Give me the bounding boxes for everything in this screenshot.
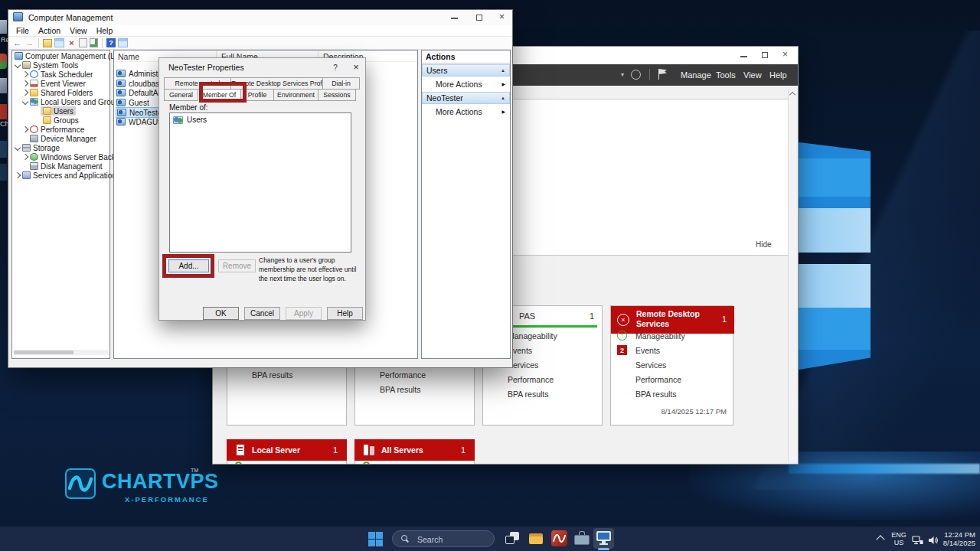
network-icon[interactable] bbox=[912, 534, 923, 548]
menu-action[interactable]: Action bbox=[34, 26, 65, 35]
menu-view[interactable]: View bbox=[743, 70, 762, 80]
group-list-item[interactable]: Users bbox=[170, 113, 351, 124]
chevron-down-icon[interactable]: ▾ bbox=[621, 71, 624, 78]
help-button[interactable]: Help bbox=[327, 307, 363, 320]
tab-general[interactable]: General bbox=[164, 89, 198, 101]
all-servers-tile[interactable]: All Servers 1 bbox=[354, 439, 475, 461]
menu-file[interactable]: File bbox=[11, 26, 34, 35]
menu-tools[interactable]: Tools bbox=[716, 70, 736, 80]
more-actions-users[interactable]: More Actions ▶ bbox=[422, 78, 510, 90]
tile-item[interactable]: BPA results bbox=[252, 370, 293, 380]
tile-item[interactable]: Performance bbox=[380, 370, 426, 380]
tile-item[interactable]: Events bbox=[635, 346, 660, 355]
more-actions-neotester[interactable]: More Actions ▶ bbox=[422, 106, 510, 117]
console-window-icon[interactable] bbox=[118, 38, 128, 47]
tile-item[interactable]: Manageability bbox=[508, 331, 557, 341]
menu-view[interactable]: View bbox=[65, 26, 92, 35]
properties-icon[interactable] bbox=[79, 38, 87, 47]
tile-item[interactable]: BPA results bbox=[635, 390, 677, 399]
role-tile-rds[interactable]: × Remote Desktop Services 1 ↑ Manageabil… bbox=[610, 305, 733, 425]
scrollbar[interactable] bbox=[788, 89, 796, 462]
server-manager-button[interactable] bbox=[574, 531, 590, 546]
delete-icon[interactable]: × bbox=[67, 38, 77, 48]
tree-item-device-manager[interactable]: Device Manager bbox=[13, 134, 109, 143]
tab-dial-in[interactable]: Dial-in bbox=[322, 77, 360, 90]
chevron-right-icon[interactable] bbox=[22, 126, 28, 132]
language-indicator[interactable]: ENG US bbox=[890, 531, 907, 546]
task-view-button[interactable] bbox=[505, 531, 521, 546]
speaker-icon[interactable] bbox=[928, 534, 939, 548]
start-button[interactable] bbox=[368, 532, 383, 546]
tree-item-local-users-groups[interactable]: Local Users and Groups bbox=[13, 97, 109, 106]
search-input[interactable] bbox=[416, 531, 492, 548]
tree-item-performance[interactable]: Performance bbox=[13, 125, 109, 134]
console-window-icon[interactable] bbox=[54, 38, 64, 47]
browser-icon[interactable] bbox=[0, 54, 7, 69]
chevron-right-icon[interactable] bbox=[22, 90, 28, 96]
help-icon[interactable]: ? bbox=[329, 61, 341, 73]
tile-item[interactable]: BPA results bbox=[380, 385, 421, 394]
tree-item-root[interactable]: Computer Management (Local bbox=[13, 51, 109, 60]
help-icon[interactable]: ? bbox=[106, 38, 116, 47]
horizontal-scrollbar[interactable] bbox=[14, 350, 108, 355]
minimize-icon[interactable] bbox=[451, 18, 458, 19]
tree-item-system-tools[interactable]: System Tools bbox=[13, 60, 109, 70]
tile-item[interactable]: Manageability bbox=[635, 331, 685, 341]
flag-icon[interactable] bbox=[658, 69, 659, 80]
tree-item-shared-folders[interactable]: Shared Folders bbox=[13, 88, 109, 97]
chevron-right-icon[interactable] bbox=[22, 71, 28, 77]
tray-expand-icon[interactable] bbox=[876, 535, 884, 543]
forward-icon[interactable]: → bbox=[24, 38, 34, 48]
column-header-name[interactable]: Name bbox=[118, 52, 139, 61]
file-explorer-button[interactable] bbox=[528, 531, 544, 546]
tile-item[interactable]: Performance bbox=[508, 375, 554, 384]
actions-section-users[interactable]: Users ▲ bbox=[422, 64, 510, 77]
chevron-right-icon[interactable] bbox=[22, 80, 28, 86]
tile-item[interactable]: Performance bbox=[635, 375, 681, 384]
menu-manage[interactable]: Manage bbox=[681, 70, 711, 80]
rds-tile-header[interactable]: × Remote Desktop Services 1 bbox=[611, 306, 734, 334]
close-icon[interactable]: × bbox=[782, 49, 788, 60]
chartvps-app-button[interactable] bbox=[551, 530, 567, 546]
cancel-button[interactable]: Cancel bbox=[244, 307, 280, 320]
export-list-icon[interactable] bbox=[90, 38, 98, 47]
member-of-listbox[interactable]: Users bbox=[169, 112, 351, 253]
collapse-icon[interactable]: ▲ bbox=[501, 68, 505, 73]
back-icon[interactable]: ← bbox=[12, 38, 22, 48]
close-icon[interactable]: × bbox=[349, 60, 363, 73]
collapse-icon[interactable]: ▲ bbox=[501, 96, 505, 100]
chevron-down-icon[interactable] bbox=[15, 62, 21, 68]
up-folder-icon[interactable] bbox=[43, 39, 52, 47]
hide-link[interactable]: Hide bbox=[756, 240, 772, 249]
scroll-up-icon[interactable] bbox=[789, 92, 795, 98]
maximize-icon[interactable] bbox=[476, 15, 482, 21]
app-icon[interactable] bbox=[0, 78, 7, 93]
menu-help[interactable]: Help bbox=[92, 26, 118, 35]
remove-button[interactable]: Remove bbox=[218, 259, 256, 272]
chart-app-icon[interactable] bbox=[0, 104, 7, 119]
tree-item-event-viewer[interactable]: Event Viewer bbox=[13, 79, 109, 88]
tile-item[interactable]: BPA results bbox=[508, 390, 549, 399]
tree-item-services-applications[interactable]: Services and Applications bbox=[13, 171, 109, 180]
app-icon[interactable] bbox=[0, 141, 7, 158]
user-row[interactable]: Guest bbox=[116, 98, 149, 107]
tree-item-task-scheduler[interactable]: Task Scheduler bbox=[13, 70, 109, 79]
recycle-bin-icon[interactable] bbox=[0, 20, 7, 34]
menu-help[interactable]: Help bbox=[769, 70, 787, 80]
tree-item-windows-server-backup[interactable]: Windows Server Backup bbox=[13, 152, 109, 161]
tab-environment[interactable]: Environment bbox=[273, 89, 318, 101]
actions-section-neotester[interactable]: NeoTester ▲ bbox=[422, 92, 510, 104]
maximize-icon[interactable] bbox=[762, 52, 768, 58]
apply-button[interactable]: Apply bbox=[286, 307, 322, 320]
ok-button[interactable]: OK bbox=[203, 307, 239, 320]
chevron-right-icon[interactable] bbox=[22, 154, 28, 160]
chevron-down-icon[interactable] bbox=[15, 145, 21, 151]
local-server-tile[interactable]: Local Server 1 bbox=[227, 439, 347, 461]
chevron-down-icon[interactable] bbox=[22, 99, 28, 105]
flag-icon[interactable] bbox=[659, 69, 667, 74]
tree-item-groups[interactable]: Groups bbox=[13, 116, 109, 125]
refresh-icon[interactable] bbox=[631, 70, 641, 80]
chevron-right-icon[interactable] bbox=[15, 172, 21, 178]
tile-item[interactable]: Services bbox=[635, 360, 666, 370]
tree-item-disk-management[interactable]: Disk Management bbox=[13, 161, 109, 171]
